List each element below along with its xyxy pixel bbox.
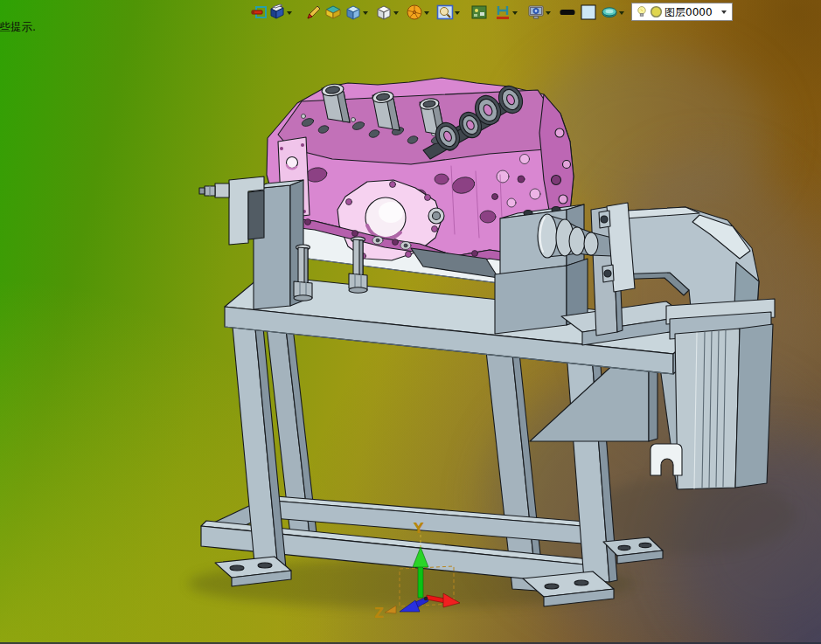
line-width-button[interactable]: [559, 3, 576, 21]
layer-selector-dropdown-arrow[interactable]: [721, 10, 727, 14]
section-view-dropdown[interactable]: [424, 11, 429, 15]
bg-color-button[interactable]: [580, 3, 597, 21]
material-book-icon: [268, 3, 286, 21]
line-width-icon: [559, 3, 576, 21]
sketch-button[interactable]: [251, 3, 268, 21]
white-cube-icon: [375, 3, 393, 21]
dimension-style-button[interactable]: [494, 3, 511, 21]
surface-disc-icon: [601, 3, 618, 21]
layer-selector[interactable]: 图层0000: [631, 3, 733, 21]
bulb-icon: [636, 4, 648, 19]
y-axis-arrow: [418, 564, 423, 598]
material-book-button[interactable]: [268, 3, 286, 21]
color-swatch-icon: [580, 3, 597, 21]
zoom-view-dropdown[interactable]: [455, 11, 460, 15]
render-scene-button[interactable]: [470, 3, 488, 21]
shaded-view-dropdown[interactable]: [363, 11, 368, 15]
monitor-gear-icon: [527, 3, 545, 21]
elbow-gearbox[interactable]: [599, 203, 759, 308]
material-box-button[interactable]: [324, 3, 342, 21]
display-settings-dropdown[interactable]: [546, 11, 551, 15]
cad-application-window: Y Z 这些提示.: [0, 0, 821, 644]
pen-icon: [305, 3, 323, 21]
wireframe-view-button[interactable]: [375, 3, 393, 21]
pen-button[interactable]: [305, 3, 323, 21]
magnifier-icon: [436, 3, 454, 21]
toolbar: 图层0000: [0, 0, 821, 24]
viewport-3d[interactable]: Y Z: [0, 0, 821, 644]
layer-color-icon: [650, 5, 663, 18]
section-view-button[interactable]: [406, 3, 423, 21]
display-settings-button[interactable]: [527, 3, 545, 21]
dimension-style-dropdown[interactable]: [512, 11, 518, 15]
zoom-view-button[interactable]: [436, 3, 454, 21]
shaded-view-button[interactable]: [344, 3, 362, 21]
material-box-icon: [324, 3, 342, 21]
scene-icon: [470, 3, 488, 21]
material-book-dropdown[interactable]: [287, 11, 292, 15]
surface-display-button[interactable]: [601, 3, 618, 21]
sketch-pencil-icon: [251, 3, 268, 21]
layer-selector-value: 图层0000: [664, 7, 713, 17]
wireframe-view-dropdown[interactable]: [393, 11, 399, 15]
surface-display-dropdown[interactable]: [619, 11, 624, 15]
z-axis-label: Z: [374, 606, 384, 621]
orange-wheel-icon: [406, 3, 423, 21]
y-axis-label: Y: [413, 520, 424, 537]
dimension-h-icon: [494, 3, 511, 21]
shaded-cube-icon: [344, 3, 362, 21]
